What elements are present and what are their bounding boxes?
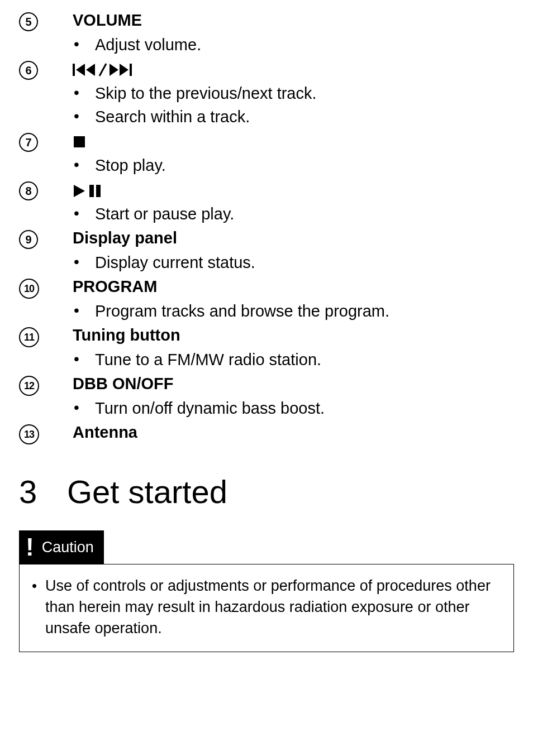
item-label-antenna: Antenna — [73, 423, 516, 442]
caution-header: ! Caution — [19, 530, 104, 564]
svg-rect-9 — [89, 185, 94, 197]
svg-rect-10 — [96, 185, 101, 197]
svg-marker-1 — [76, 64, 85, 76]
prev-next-track-icon — [73, 60, 516, 78]
svg-rect-7 — [74, 136, 85, 147]
list-item-13: 13 Antenna — [17, 423, 516, 445]
item-desc-7: Stop play. — [73, 154, 516, 177]
stop-icon — [73, 132, 516, 150]
item-number-8: 8 — [17, 181, 50, 200]
list-item-6: 6 Skip to the previous/next track. Searc… — [17, 60, 516, 128]
chapter-heading: 3 Get started — [17, 473, 516, 510]
chapter-number: 3 — [17, 473, 67, 510]
item-label-volume: VOLUME — [73, 11, 516, 30]
svg-marker-2 — [86, 64, 95, 76]
svg-marker-4 — [110, 64, 118, 76]
caution-body: Use of controls or adjustments or perfor… — [19, 564, 514, 652]
item-number-5: 5 — [17, 12, 50, 31]
list-item-11: 11 Tuning button Tune to a FM/MW radio s… — [17, 326, 516, 371]
item-desc-9: Display current status. — [73, 251, 516, 274]
caution-text: Use of controls or adjustments or perfor… — [45, 576, 501, 639]
item-desc-12: Turn on/off dynamic bass boost. — [73, 396, 516, 420]
exclamation-icon: ! — [26, 535, 34, 559]
list-item-12: 12 DBB ON/OFF Turn on/off dynamic bass b… — [17, 375, 516, 420]
item-label-dbb: DBB ON/OFF — [73, 375, 516, 393]
item-desc-6: Skip to the previous/next track. Search … — [73, 82, 516, 128]
svg-rect-0 — [73, 64, 75, 76]
chapter-title: Get started — [67, 473, 227, 510]
svg-marker-5 — [120, 64, 129, 76]
item-desc-10: Program tracks and browse the program. — [73, 299, 516, 323]
item-label-display-panel: Display panel — [73, 229, 516, 247]
item-number-10: 10 — [17, 279, 50, 299]
item-number-9: 9 — [17, 230, 50, 249]
caution-label: Caution — [42, 539, 94, 556]
item-desc-11: Tune to a FM/MW radio station. — [73, 348, 516, 371]
list-item-7: 7 Stop play. — [17, 132, 516, 177]
item-number-6: 6 — [17, 61, 50, 80]
item-number-12: 12 — [17, 376, 50, 396]
item-desc-5: Adjust volume. — [73, 33, 516, 56]
play-pause-icon — [73, 180, 516, 199]
list-item-5: 5 VOLUME Adjust volume. — [17, 11, 516, 56]
item-desc-8: Start or pause play. — [73, 202, 516, 226]
item-label-tuning-button: Tuning button — [73, 326, 516, 344]
list-item-10: 10 PROGRAM Program tracks and browse the… — [17, 277, 516, 323]
list-item-8: 8 Start or pause play. — [17, 180, 516, 226]
item-number-11: 11 — [17, 327, 50, 347]
svg-marker-8 — [74, 185, 85, 197]
item-label-program: PROGRAM — [73, 277, 516, 296]
svg-line-3 — [99, 64, 106, 76]
list-item-9: 9 Display panel Display current status. — [17, 229, 516, 274]
item-number-13: 13 — [17, 424, 50, 444]
item-number-7: 7 — [17, 133, 50, 152]
caution-block: ! Caution Use of controls or adjustments… — [19, 530, 514, 652]
svg-rect-6 — [130, 64, 132, 76]
